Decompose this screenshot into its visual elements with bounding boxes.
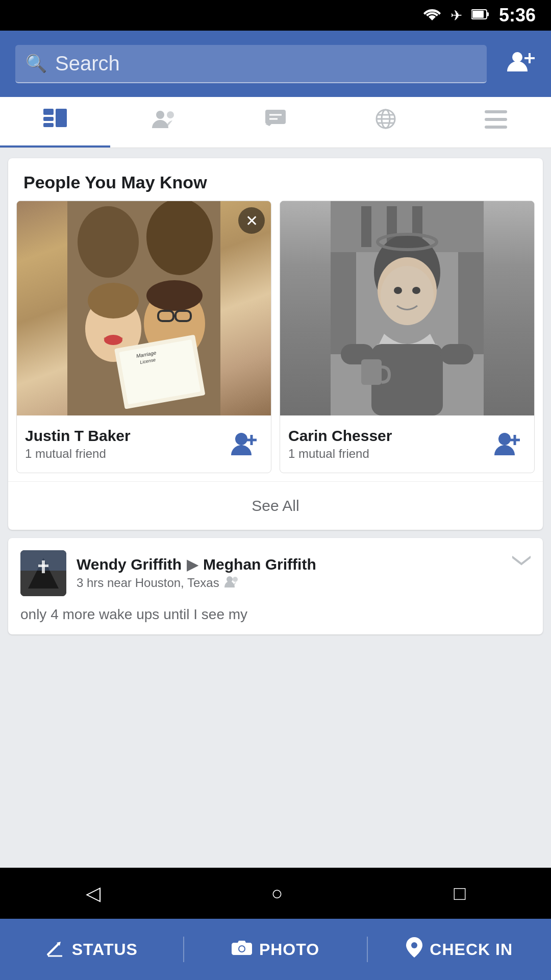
tab-news-feed[interactable]: [0, 97, 110, 148]
post-audience-icon: [224, 575, 239, 591]
person-card-justin: Marriage License ✕ Justin T Baker 1 mut: [16, 201, 271, 473]
add-friend-button-carin[interactable]: [489, 426, 526, 462]
svg-point-71: [239, 946, 244, 951]
svg-point-10: [156, 111, 164, 119]
person-photo-carin: [280, 201, 534, 415]
photo-label: PHOTO: [259, 940, 319, 959]
back-button[interactable]: ◁: [86, 882, 101, 904]
post-card: Wendy Griffith ▶ Meghan Griffith 3 hrs n…: [8, 538, 543, 634]
search-icon: 🔍: [26, 53, 47, 74]
airplane-icon: ✈: [450, 7, 462, 24]
svg-point-27: [88, 283, 139, 318]
friends-icon: [152, 109, 179, 134]
photo-carin-inner: [280, 201, 534, 415]
card-title: People You May Know: [23, 173, 207, 192]
content-padding: [8, 643, 543, 765]
person-photo-justin: Marriage License ✕: [17, 201, 271, 415]
tab-messages[interactable]: [220, 97, 331, 148]
globe-icon: [374, 108, 397, 135]
status-button[interactable]: STATUS: [0, 919, 183, 980]
svg-rect-21: [485, 118, 507, 121]
svg-rect-43: [458, 242, 484, 354]
svg-rect-1: [472, 11, 484, 18]
status-bar: ✈ 5:36: [0, 0, 551, 31]
check-in-button[interactable]: CHECK IN: [368, 919, 551, 980]
person-mutual-carin: 1 mutual friend: [288, 447, 392, 461]
post-avatar-image: [20, 550, 66, 596]
card-header: People You May Know: [8, 158, 543, 201]
post-avatar[interactable]: [20, 550, 66, 596]
wifi-icon: [423, 6, 441, 25]
svg-rect-12: [265, 110, 286, 124]
status-time: 5:36: [499, 5, 536, 26]
person-info-justin: Justin T Baker 1 mutual friend: [17, 415, 271, 473]
svg-point-51: [381, 266, 434, 325]
home-button[interactable]: ○: [271, 883, 283, 904]
post-author-from: Wendy Griffith: [77, 556, 182, 573]
see-all-button[interactable]: See All: [8, 481, 543, 530]
post-dropdown-button[interactable]: [512, 550, 531, 572]
svg-rect-20: [485, 110, 507, 113]
recent-apps-button[interactable]: □: [454, 883, 466, 904]
svg-point-11: [167, 111, 174, 118]
main-content: People You May Know: [0, 148, 551, 775]
person-card-carin: Carin Chesser 1 mutual friend: [280, 201, 535, 473]
svg-rect-22: [485, 126, 507, 129]
search-bar: 🔍 Search: [0, 31, 551, 97]
svg-point-67: [233, 577, 238, 582]
news-feed-icon: [43, 109, 67, 134]
check-in-label: CHECK IN: [430, 940, 513, 959]
nav-tabs: [0, 97, 551, 148]
post-author-to: Meghan Griffith: [203, 556, 316, 573]
svg-point-58: [498, 433, 511, 445]
svg-rect-65: [38, 565, 48, 567]
post-time-text: 3 hrs near Houston, Texas: [77, 576, 219, 590]
post-arrow-icon: ▶: [187, 556, 198, 573]
android-nav-bar: ◁ ○ □: [0, 868, 551, 919]
battery-icon: [471, 7, 490, 23]
messages-icon: [264, 109, 287, 134]
tab-menu[interactable]: [441, 97, 551, 148]
post-meta: Wendy Griffith ▶ Meghan Griffith 3 hrs n…: [77, 556, 531, 591]
svg-point-3: [512, 52, 522, 62]
tab-friends[interactable]: [110, 97, 220, 148]
svg-rect-2: [487, 12, 489, 16]
svg-point-37: [104, 335, 122, 345]
post-time: 3 hrs near Houston, Texas: [77, 575, 531, 591]
person-details-justin: Justin T Baker 1 mutual friend: [25, 427, 131, 461]
svg-rect-54: [371, 344, 443, 415]
search-placeholder: Search: [55, 52, 120, 75]
menu-icon: [485, 109, 507, 134]
post-header: Wendy Griffith ▶ Meghan Griffith 3 hrs n…: [8, 538, 543, 604]
person-name-justin: Justin T Baker: [25, 427, 131, 445]
post-text: only 4 more wake ups until I see my: [8, 604, 543, 634]
people-you-may-know-card: People You May Know: [8, 158, 543, 530]
svg-rect-57: [361, 359, 382, 385]
post-author: Wendy Griffith ▶ Meghan Griffith: [77, 556, 531, 573]
svg-point-72: [411, 942, 417, 948]
svg-rect-56: [440, 344, 473, 364]
svg-rect-8: [43, 123, 54, 127]
svg-rect-7: [43, 117, 54, 121]
person-name-carin: Carin Chesser: [288, 427, 392, 445]
status-icons: ✈ 5:36: [423, 5, 536, 26]
photo-justin-inner: Marriage License: [17, 201, 271, 415]
svg-point-25: [146, 201, 213, 275]
person-mutual-justin: 1 mutual friend: [25, 447, 131, 461]
svg-point-52: [394, 287, 402, 294]
tab-notifications[interactable]: [331, 97, 441, 148]
add-friend-button-justin[interactable]: [226, 426, 263, 462]
see-all-label: See All: [252, 497, 299, 514]
close-button-justin[interactable]: ✕: [238, 207, 265, 234]
camera-icon: [232, 939, 252, 961]
friend-requests-icon[interactable]: [507, 49, 536, 79]
svg-point-38: [235, 433, 247, 445]
svg-rect-45: [361, 206, 371, 247]
status-label: STATUS: [72, 940, 138, 959]
bottom-toolbar: STATUS PHOTO CHECK IN: [0, 919, 551, 980]
search-input-wrapper[interactable]: 🔍 Search: [15, 45, 487, 83]
svg-point-53: [412, 287, 420, 294]
svg-point-24: [78, 206, 139, 278]
status-icon: [45, 938, 65, 962]
photo-button[interactable]: PHOTO: [184, 919, 367, 980]
